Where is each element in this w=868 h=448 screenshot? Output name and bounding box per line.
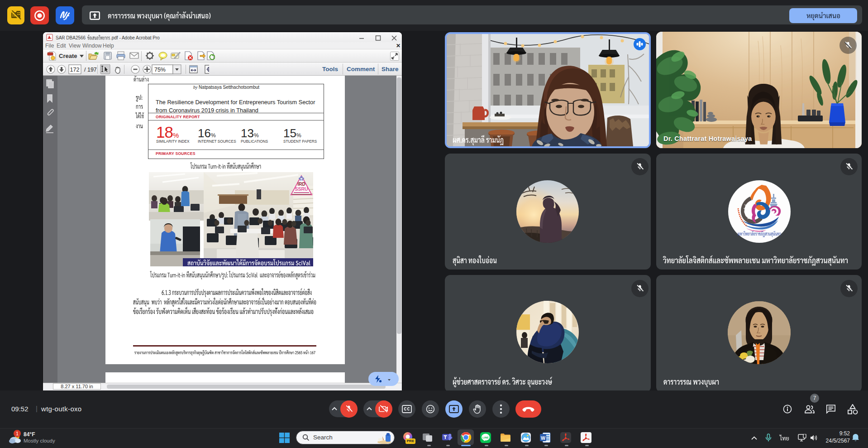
svg-text:75%: 75% bbox=[154, 67, 166, 73]
svg-text:/ 197: / 197 bbox=[84, 67, 97, 73]
svg-text:LINE: LINE bbox=[482, 436, 489, 439]
svg-text:W: W bbox=[541, 435, 545, 441]
svg-text:172: 172 bbox=[70, 67, 80, 73]
svg-text:SSRU: SSRU bbox=[295, 186, 308, 192]
